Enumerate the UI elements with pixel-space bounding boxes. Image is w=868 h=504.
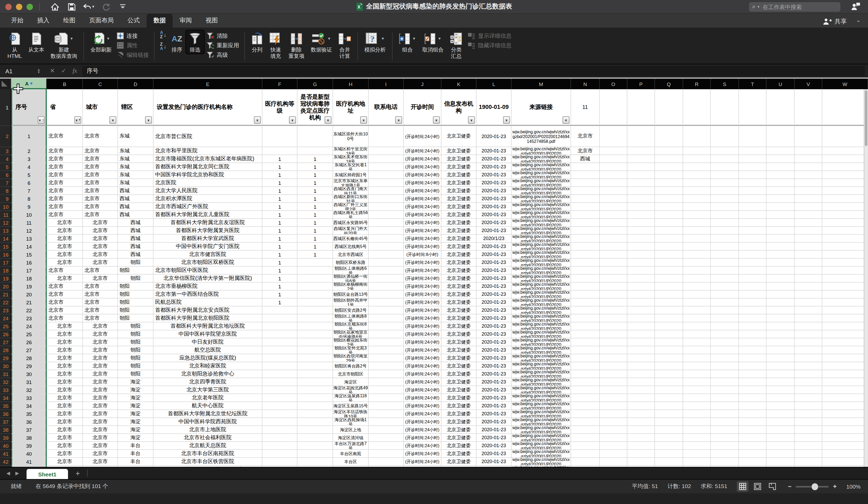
cell[interactable] <box>711 298 739 306</box>
row-header-18[interactable]: 18 <box>0 266 11 275</box>
cell[interactable] <box>369 346 404 354</box>
cell[interactable] <box>683 410 711 418</box>
cell[interactable]: 北京卫健委 <box>442 410 476 418</box>
cell[interactable] <box>795 410 822 418</box>
cell[interactable]: 朝阳 <box>118 354 154 362</box>
cell[interactable] <box>739 426 766 434</box>
cell[interactable]: 5 <box>11 171 47 179</box>
cell[interactable]: 北京市朝阳区中医医院 <box>154 266 262 275</box>
cell[interactable]: (开诊时间:24小时) <box>404 306 442 314</box>
cell[interactable] <box>822 227 868 235</box>
remove-duplicates-button[interactable]: 删除 重复项 <box>285 30 308 60</box>
cell[interactable] <box>298 418 333 426</box>
cell[interactable] <box>822 187 868 195</box>
cell[interactable] <box>683 434 711 442</box>
cell[interactable]: 北京卫健委 <box>442 386 476 394</box>
cell[interactable]: 东城 <box>118 147 154 155</box>
column-header-H[interactable]: H <box>333 78 369 89</box>
cell[interactable]: (开诊时间:24小时) <box>404 235 442 243</box>
cell[interactable]: 2020-01-23 <box>476 251 512 259</box>
header-cell-D[interactable]: 辖区▼ <box>118 89 154 126</box>
cell[interactable] <box>766 235 795 243</box>
cell[interactable] <box>600 219 627 227</box>
cell[interactable] <box>655 426 683 434</box>
cell[interactable]: 北京市 <box>83 187 118 195</box>
cell[interactable]: 航天中心医院 <box>154 402 262 410</box>
cell[interactable]: 北京市 <box>47 283 83 291</box>
column-header-N[interactable]: N <box>571 78 600 89</box>
cell[interactable] <box>298 275 333 283</box>
cell[interactable] <box>600 179 627 187</box>
cell[interactable]: wjw.beijing.gov.cn/wjwh/ztzl/xxgzbd/2020… <box>512 314 571 322</box>
cell[interactable] <box>683 418 711 426</box>
cell[interactable] <box>739 322 766 330</box>
cell[interactable]: wjw.beijing.gov.cn/wjwh/ztzl/xxgzbd/2020… <box>512 251 571 259</box>
cell[interactable]: 北京卫健委 <box>442 219 476 227</box>
cell[interactable] <box>822 291 868 298</box>
cell[interactable] <box>711 163 739 171</box>
cell[interactable]: (开诊时间:24小时) <box>404 354 442 362</box>
cell[interactable] <box>766 291 795 298</box>
cell[interactable]: 2020-01-23 <box>476 179 512 187</box>
cancel-entry-icon[interactable]: ✕ <box>50 67 55 74</box>
cell[interactable]: 北京市 <box>47 275 83 283</box>
cell[interactable]: 42 <box>11 466 47 467</box>
cell[interactable]: 首都医科大学附属北京同仁医院 <box>154 163 262 171</box>
cell[interactable] <box>766 386 795 394</box>
refresh-all-button[interactable]: ▼ 全部刷新 <box>87 30 115 54</box>
sort-ascending-button[interactable]: AZ↓ <box>160 31 166 39</box>
cell[interactable] <box>739 235 766 243</box>
cell[interactable] <box>711 219 739 227</box>
clear-filter-button[interactable]: 清除 <box>207 32 239 40</box>
scrollbar-thumb[interactable] <box>865 90 867 146</box>
cell[interactable] <box>766 306 795 314</box>
cell[interactable] <box>655 306 683 314</box>
cell[interactable]: 北京市 <box>47 330 83 338</box>
cell[interactable] <box>795 346 822 354</box>
sort-button[interactable]: AZ 排序 <box>168 30 185 54</box>
cell[interactable]: 北京卫健委 <box>442 330 476 338</box>
cell[interactable]: 丰台 <box>118 442 154 450</box>
cell[interactable] <box>683 275 711 283</box>
cell[interactable] <box>571 211 600 219</box>
cell[interactable] <box>766 283 795 291</box>
cell[interactable] <box>711 330 739 338</box>
cell[interactable] <box>739 155 766 163</box>
cell[interactable]: 北京卫健委 <box>442 314 476 322</box>
cell[interactable] <box>795 458 822 466</box>
cell[interactable] <box>298 450 333 458</box>
cell[interactable]: (开诊时间:24小时) <box>404 259 442 266</box>
cell[interactable]: 2020-01-23 <box>476 126 512 147</box>
cell[interactable] <box>822 266 868 275</box>
cell[interactable]: 13 <box>11 235 47 243</box>
cell[interactable] <box>822 346 868 354</box>
cell[interactable] <box>627 147 655 155</box>
cell[interactable] <box>739 126 766 147</box>
cell[interactable] <box>655 251 683 259</box>
cell[interactable] <box>655 266 683 275</box>
cell[interactable]: 2020-01-23 <box>476 203 512 211</box>
search-scope-caret-icon[interactable]: ▾ <box>757 4 760 9</box>
cell[interactable] <box>711 354 739 362</box>
cell[interactable] <box>369 434 404 442</box>
cell[interactable] <box>600 203 627 211</box>
share-button[interactable]: 共享 <box>823 18 847 25</box>
cell[interactable] <box>262 442 298 450</box>
cell[interactable]: 1 <box>262 227 298 235</box>
cell[interactable] <box>369 275 404 283</box>
cell[interactable]: wjw.beijing.gov.cn/wjwh/ztzl/xxgzbd/2020… <box>512 322 571 330</box>
cell[interactable]: 2020-01-23 <box>476 211 512 219</box>
cell[interactable]: 西城 <box>118 251 154 259</box>
cell[interactable]: 丰台区南苑 <box>333 450 369 458</box>
cell[interactable]: 1 <box>298 211 333 219</box>
cell[interactable] <box>683 402 711 410</box>
column-header-L[interactable]: L <box>476 78 512 89</box>
cell[interactable] <box>369 298 404 306</box>
cell[interactable]: 北京市 <box>571 126 600 147</box>
cell[interactable] <box>711 418 739 426</box>
cell[interactable] <box>298 298 333 306</box>
cell[interactable] <box>655 410 683 418</box>
cell[interactable] <box>600 126 627 147</box>
filter-dropdown-button[interactable]: ▼ <box>360 116 367 124</box>
cell[interactable] <box>298 426 333 434</box>
